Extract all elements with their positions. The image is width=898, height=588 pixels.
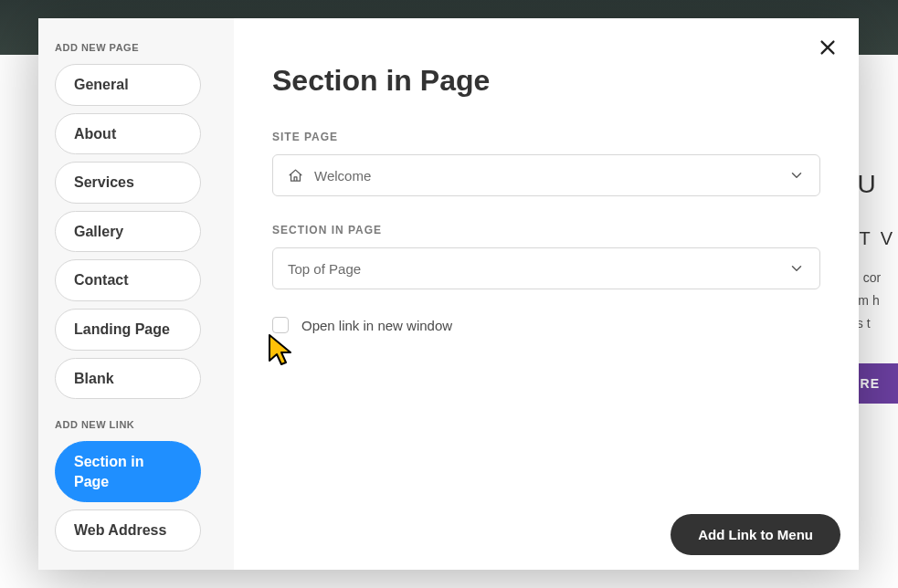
open-new-window-checkbox[interactable]: Open link in new window — [272, 317, 820, 333]
checkbox-box — [272, 317, 289, 333]
sidebar-item-services[interactable]: Services — [55, 162, 201, 204]
home-icon — [288, 168, 303, 184]
sidebar-item-web-address[interactable]: Web Address — [55, 509, 201, 551]
add-link-to-menu-button[interactable]: Add Link to Menu — [671, 514, 840, 555]
sidebar-item-about[interactable]: About — [55, 113, 201, 155]
main-panel: Section in Page SITE PAGE Welcome SECTIO… — [234, 18, 859, 570]
site-page-value: Welcome — [314, 168, 777, 184]
section-in-page-select[interactable]: Top of Page — [272, 247, 820, 289]
sidebar-item-section-in-page[interactable]: Section in Page — [55, 441, 201, 502]
close-button[interactable] — [811, 31, 844, 64]
add-page-modal: ADD NEW PAGE General About Services Gall… — [38, 18, 859, 570]
sidebar-item-gallery[interactable]: Gallery — [55, 211, 201, 253]
sidebar-scroll[interactable]: ADD NEW PAGE General About Services Gall… — [38, 38, 234, 561]
chevron-down-icon — [788, 260, 805, 277]
sidebar-item-contact[interactable]: Contact — [55, 259, 201, 301]
site-page-select[interactable]: Welcome — [272, 154, 820, 196]
section-label-add-new-page: ADD NEW PAGE — [55, 42, 217, 53]
page-title: Section in Page — [272, 64, 820, 98]
sidebar: ADD NEW PAGE General About Services Gall… — [38, 18, 234, 570]
checkbox-label: Open link in new window — [301, 318, 452, 333]
chevron-down-icon — [788, 167, 805, 184]
sidebar-item-landing-page[interactable]: Landing Page — [55, 309, 201, 351]
sidebar-item-general[interactable]: General — [55, 64, 201, 106]
sidebar-item-blank[interactable]: Blank — [55, 358, 201, 400]
close-icon — [818, 37, 838, 58]
site-page-label: SITE PAGE — [272, 131, 820, 143]
section-in-page-label: SECTION IN PAGE — [272, 224, 820, 236]
section-in-page-value: Top of Page — [288, 261, 777, 277]
section-label-add-new-link: ADD NEW LINK — [55, 419, 217, 430]
